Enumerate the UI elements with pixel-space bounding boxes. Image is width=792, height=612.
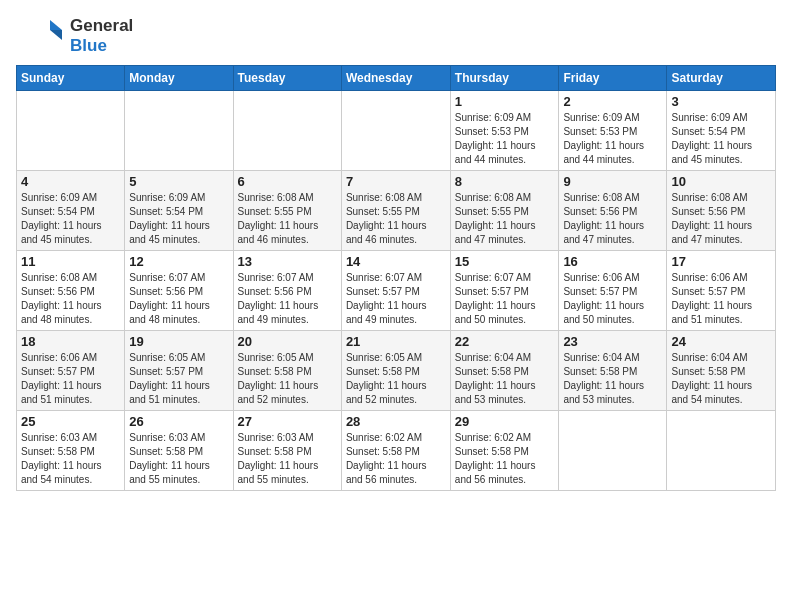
- calendar-cell: 23Sunrise: 6:04 AMSunset: 5:58 PMDayligh…: [559, 330, 667, 410]
- day-info: Sunrise: 6:05 AMSunset: 5:57 PMDaylight:…: [129, 351, 228, 407]
- calendar-cell: 21Sunrise: 6:05 AMSunset: 5:58 PMDayligh…: [341, 330, 450, 410]
- day-number: 12: [129, 254, 228, 269]
- day-number: 29: [455, 414, 555, 429]
- day-number: 23: [563, 334, 662, 349]
- calendar-cell: 29Sunrise: 6:02 AMSunset: 5:58 PMDayligh…: [450, 410, 559, 490]
- calendar-cell: 5Sunrise: 6:09 AMSunset: 5:54 PMDaylight…: [125, 170, 233, 250]
- weekday-header-sunday: Sunday: [17, 65, 125, 90]
- day-info: Sunrise: 6:07 AMSunset: 5:57 PMDaylight:…: [455, 271, 555, 327]
- weekday-header-friday: Friday: [559, 65, 667, 90]
- calendar-cell: 27Sunrise: 6:03 AMSunset: 5:58 PMDayligh…: [233, 410, 341, 490]
- day-info: Sunrise: 6:08 AMSunset: 5:55 PMDaylight:…: [455, 191, 555, 247]
- calendar-cell: 26Sunrise: 6:03 AMSunset: 5:58 PMDayligh…: [125, 410, 233, 490]
- day-info: Sunrise: 6:09 AMSunset: 5:53 PMDaylight:…: [455, 111, 555, 167]
- calendar-cell: 6Sunrise: 6:08 AMSunset: 5:55 PMDaylight…: [233, 170, 341, 250]
- calendar-cell: 14Sunrise: 6:07 AMSunset: 5:57 PMDayligh…: [341, 250, 450, 330]
- calendar-cell: 2Sunrise: 6:09 AMSunset: 5:53 PMDaylight…: [559, 90, 667, 170]
- calendar-week-4: 18Sunrise: 6:06 AMSunset: 5:57 PMDayligh…: [17, 330, 776, 410]
- day-info: Sunrise: 6:02 AMSunset: 5:58 PMDaylight:…: [455, 431, 555, 487]
- day-info: Sunrise: 6:09 AMSunset: 5:53 PMDaylight:…: [563, 111, 662, 167]
- day-number: 26: [129, 414, 228, 429]
- weekday-header-monday: Monday: [125, 65, 233, 90]
- weekday-header-wednesday: Wednesday: [341, 65, 450, 90]
- day-number: 9: [563, 174, 662, 189]
- day-number: 11: [21, 254, 120, 269]
- calendar-week-5: 25Sunrise: 6:03 AMSunset: 5:58 PMDayligh…: [17, 410, 776, 490]
- day-info: Sunrise: 6:03 AMSunset: 5:58 PMDaylight:…: [238, 431, 337, 487]
- svg-marker-1: [50, 30, 62, 40]
- day-number: 22: [455, 334, 555, 349]
- day-number: 19: [129, 334, 228, 349]
- day-number: 3: [671, 94, 771, 109]
- day-number: 16: [563, 254, 662, 269]
- day-number: 20: [238, 334, 337, 349]
- calendar-week-3: 11Sunrise: 6:08 AMSunset: 5:56 PMDayligh…: [17, 250, 776, 330]
- calendar-cell: 24Sunrise: 6:04 AMSunset: 5:58 PMDayligh…: [667, 330, 776, 410]
- day-info: Sunrise: 6:09 AMSunset: 5:54 PMDaylight:…: [21, 191, 120, 247]
- day-number: 7: [346, 174, 446, 189]
- day-info: Sunrise: 6:08 AMSunset: 5:55 PMDaylight:…: [238, 191, 337, 247]
- day-number: 24: [671, 334, 771, 349]
- day-info: Sunrise: 6:07 AMSunset: 5:57 PMDaylight:…: [346, 271, 446, 327]
- calendar-cell: 3Sunrise: 6:09 AMSunset: 5:54 PMDaylight…: [667, 90, 776, 170]
- calendar-cell: [341, 90, 450, 170]
- day-number: 1: [455, 94, 555, 109]
- day-info: Sunrise: 6:07 AMSunset: 5:56 PMDaylight:…: [238, 271, 337, 327]
- day-number: 13: [238, 254, 337, 269]
- day-number: 25: [21, 414, 120, 429]
- day-info: Sunrise: 6:08 AMSunset: 5:55 PMDaylight:…: [346, 191, 446, 247]
- day-number: 10: [671, 174, 771, 189]
- day-info: Sunrise: 6:07 AMSunset: 5:56 PMDaylight:…: [129, 271, 228, 327]
- day-number: 8: [455, 174, 555, 189]
- day-number: 15: [455, 254, 555, 269]
- calendar-cell: 9Sunrise: 6:08 AMSunset: 5:56 PMDaylight…: [559, 170, 667, 250]
- calendar-cell: [559, 410, 667, 490]
- day-number: 18: [21, 334, 120, 349]
- weekday-header-thursday: Thursday: [450, 65, 559, 90]
- calendar-cell: [17, 90, 125, 170]
- svg-marker-0: [50, 20, 62, 30]
- calendar-cell: 25Sunrise: 6:03 AMSunset: 5:58 PMDayligh…: [17, 410, 125, 490]
- calendar-cell: 12Sunrise: 6:07 AMSunset: 5:56 PMDayligh…: [125, 250, 233, 330]
- day-number: 17: [671, 254, 771, 269]
- day-number: 21: [346, 334, 446, 349]
- calendar-cell: 19Sunrise: 6:05 AMSunset: 5:57 PMDayligh…: [125, 330, 233, 410]
- calendar-cell: 7Sunrise: 6:08 AMSunset: 5:55 PMDaylight…: [341, 170, 450, 250]
- page-header: GeneralBlue: [16, 16, 776, 57]
- calendar-cell: 20Sunrise: 6:05 AMSunset: 5:58 PMDayligh…: [233, 330, 341, 410]
- day-number: 4: [21, 174, 120, 189]
- calendar-cell: 10Sunrise: 6:08 AMSunset: 5:56 PMDayligh…: [667, 170, 776, 250]
- day-info: Sunrise: 6:08 AMSunset: 5:56 PMDaylight:…: [671, 191, 771, 247]
- weekday-header-row: SundayMondayTuesdayWednesdayThursdayFrid…: [17, 65, 776, 90]
- logo: GeneralBlue: [16, 16, 133, 57]
- calendar-cell: [233, 90, 341, 170]
- weekday-header-tuesday: Tuesday: [233, 65, 341, 90]
- calendar-cell: 4Sunrise: 6:09 AMSunset: 5:54 PMDaylight…: [17, 170, 125, 250]
- day-info: Sunrise: 6:06 AMSunset: 5:57 PMDaylight:…: [671, 271, 771, 327]
- day-info: Sunrise: 6:09 AMSunset: 5:54 PMDaylight:…: [671, 111, 771, 167]
- calendar-cell: 17Sunrise: 6:06 AMSunset: 5:57 PMDayligh…: [667, 250, 776, 330]
- day-info: Sunrise: 6:04 AMSunset: 5:58 PMDaylight:…: [563, 351, 662, 407]
- calendar-cell: 18Sunrise: 6:06 AMSunset: 5:57 PMDayligh…: [17, 330, 125, 410]
- day-info: Sunrise: 6:08 AMSunset: 5:56 PMDaylight:…: [563, 191, 662, 247]
- day-number: 14: [346, 254, 446, 269]
- weekday-header-saturday: Saturday: [667, 65, 776, 90]
- calendar-cell: [667, 410, 776, 490]
- calendar-cell: 8Sunrise: 6:08 AMSunset: 5:55 PMDaylight…: [450, 170, 559, 250]
- day-info: Sunrise: 6:02 AMSunset: 5:58 PMDaylight:…: [346, 431, 446, 487]
- calendar-header: SundayMondayTuesdayWednesdayThursdayFrid…: [17, 65, 776, 90]
- calendar-table: SundayMondayTuesdayWednesdayThursdayFrid…: [16, 65, 776, 491]
- day-number: 2: [563, 94, 662, 109]
- calendar-body: 1Sunrise: 6:09 AMSunset: 5:53 PMDaylight…: [17, 90, 776, 490]
- calendar-cell: [125, 90, 233, 170]
- calendar-week-2: 4Sunrise: 6:09 AMSunset: 5:54 PMDaylight…: [17, 170, 776, 250]
- day-info: Sunrise: 6:06 AMSunset: 5:57 PMDaylight:…: [563, 271, 662, 327]
- day-info: Sunrise: 6:03 AMSunset: 5:58 PMDaylight:…: [129, 431, 228, 487]
- calendar-week-1: 1Sunrise: 6:09 AMSunset: 5:53 PMDaylight…: [17, 90, 776, 170]
- day-info: Sunrise: 6:04 AMSunset: 5:58 PMDaylight:…: [455, 351, 555, 407]
- day-info: Sunrise: 6:08 AMSunset: 5:56 PMDaylight:…: [21, 271, 120, 327]
- day-info: Sunrise: 6:06 AMSunset: 5:57 PMDaylight:…: [21, 351, 120, 407]
- logo-blue-text: Blue: [70, 36, 133, 56]
- calendar-cell: 1Sunrise: 6:09 AMSunset: 5:53 PMDaylight…: [450, 90, 559, 170]
- logo-svg: [16, 16, 66, 56]
